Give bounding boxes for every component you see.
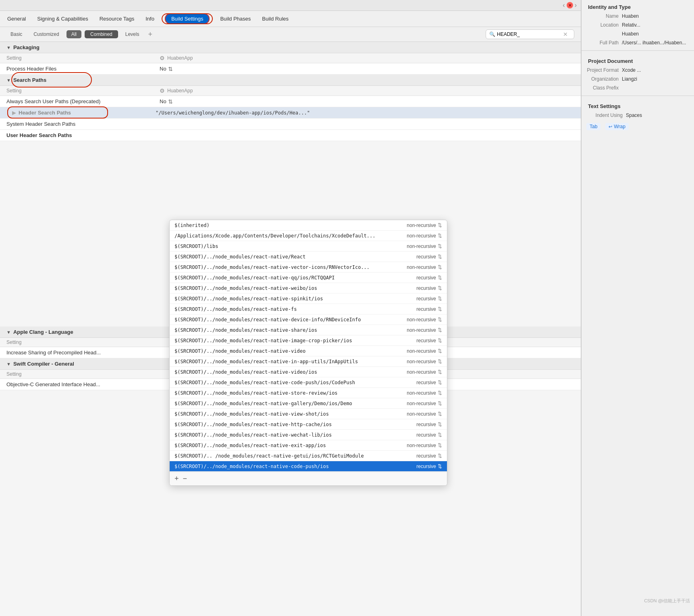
indent-using-field: Indent Using Spaces <box>582 111 694 120</box>
dropdown-row-7[interactable]: $(SRCROOT)/../node_modules/react-native-… <box>170 293 447 304</box>
filter-levels[interactable]: Levels <box>121 30 143 38</box>
filter-bar: Basic Customized All Combined Levels + 🔍… <box>0 27 581 42</box>
dropdown-stepper-21[interactable]: ⇅ <box>438 442 442 448</box>
dropdown-row-4[interactable]: $(SRCROOT)/../node_modules/react-native-… <box>170 262 447 273</box>
dropdown-row-19[interactable]: $(SRCROOT)/../node_modules/react-native-… <box>170 419 447 430</box>
dropdown-stepper-15[interactable]: ⇅ <box>438 379 442 385</box>
dropdown-row-2[interactable]: $(SRCROOT)/libsnon-recursive⇅ <box>170 241 447 252</box>
dropdown-stepper-10[interactable]: ⇅ <box>438 327 442 333</box>
tab-button[interactable]: Tab <box>586 123 600 130</box>
wrap-button[interactable]: ↩ Wrap <box>605 123 628 130</box>
dropdown-row-15[interactable]: $(SRCROOT)/../node_modules/react-native-… <box>170 377 447 388</box>
dropdown-stepper-8[interactable]: ⇅ <box>438 306 442 312</box>
right-panel: Identity and Type Name Huaben Location R… <box>581 0 694 616</box>
dropdown-stepper-1[interactable]: ⇅ <box>438 233 442 239</box>
system-header-search-paths-row[interactable]: System Header Search Paths <box>0 119 581 130</box>
dropdown-row-18[interactable]: $(SRCROOT)/../node_modules/react-native-… <box>170 409 447 419</box>
dropdown-stepper-22[interactable]: ⇅ <box>438 453 442 459</box>
name-value[interactable]: Huaben <box>622 13 639 19</box>
tab-build-phases[interactable]: Build Phases <box>219 14 251 23</box>
filter-combined[interactable]: Combined <box>85 30 118 38</box>
dropdown-stepper-18[interactable]: ⇅ <box>438 411 442 417</box>
dropdown-path-17: $(SRCROOT)/../node_modules/react-native-… <box>175 401 407 406</box>
dropdown-stepper-3[interactable]: ⇅ <box>438 254 442 260</box>
dropdown-stepper-19[interactable]: ⇅ <box>438 421 442 427</box>
dropdown-row-6[interactable]: $(SRCROOT)/../node_modules/react-native-… <box>170 283 447 293</box>
dropdown-path-16: $(SRCROOT)/../node_modules/react-native-… <box>175 390 407 396</box>
tab-signing[interactable]: Signing & Capabilities <box>36 14 89 23</box>
dropdown-footer: + − <box>170 472 447 485</box>
close-button[interactable]: ✕ <box>567 2 573 8</box>
location-detail-field: Huaben <box>582 29 694 38</box>
filter-basic[interactable]: Basic <box>6 30 26 38</box>
packaging-section-header[interactable]: ▼ Packaging <box>0 42 581 53</box>
apple-clang-collapse-arrow[interactable]: ▼ <box>6 330 11 335</box>
dropdown-type-8: recursive <box>416 306 436 312</box>
tab-build-rules[interactable]: Build Rules <box>261 14 289 23</box>
dropdown-type-23: recursive <box>416 464 436 469</box>
always-search-stepper[interactable]: ⇅ <box>168 98 173 105</box>
forward-arrow[interactable]: › <box>575 2 577 9</box>
dropdown-row-14[interactable]: $(SRCROOT)/../node_modules/react-native-… <box>170 367 447 377</box>
dropdown-row-11[interactable]: $(SRCROOT)/../node_modules/react-native-… <box>170 335 447 346</box>
dropdown-row-10[interactable]: $(SRCROOT)/../node_modules/react-native-… <box>170 325 447 335</box>
dropdown-stepper-13[interactable]: ⇅ <box>438 358 442 364</box>
dropdown-type-1: non-recursive <box>407 233 436 239</box>
tab-general[interactable]: General <box>6 14 27 23</box>
dropdown-type-5: recursive <box>416 275 436 281</box>
search-paths-header[interactable]: ▼ Search Paths <box>0 75 581 86</box>
dropdown-stepper-7[interactable]: ⇅ <box>438 296 442 302</box>
dropdown-type-2: non-recursive <box>407 243 436 249</box>
dropdown-row-1[interactable]: /Applications/Xcode.app/Contents/Develop… <box>170 231 447 241</box>
dropdown-stepper-0[interactable]: ⇅ <box>438 222 442 228</box>
dropdown-row-16[interactable]: $(SRCROOT)/../node_modules/react-native-… <box>170 388 447 398</box>
dropdown-stepper-5[interactable]: ⇅ <box>438 275 442 281</box>
dropdown-stepper-14[interactable]: ⇅ <box>438 369 442 375</box>
dropdown-stepper-6[interactable]: ⇅ <box>438 285 442 291</box>
dropdown-path-5: $(SRCROOT)/../node_modules/react-native-… <box>175 275 416 281</box>
filter-customized[interactable]: Customized <box>29 30 63 38</box>
filter-all[interactable]: All <box>66 30 81 38</box>
back-arrow[interactable]: ‹ <box>563 2 565 9</box>
swift-compiler-collapse-arrow[interactable]: ▼ <box>6 362 11 366</box>
dropdown-stepper-12[interactable]: ⇅ <box>438 348 442 354</box>
dropdown-row-23[interactable]: $(SRCROOT)/../node_modules/react-native-… <box>170 461 447 472</box>
header-search-paths-row[interactable]: ▶ Header Search Paths "/Users/weichenglo… <box>0 107 581 119</box>
dropdown-stepper-23[interactable]: ⇅ <box>438 463 442 469</box>
dropdown-row-20[interactable]: $(SRCROOT)/../node_modules/react-native-… <box>170 430 447 440</box>
always-search-user-paths-row[interactable]: Always Search User Paths (Deprecated) No… <box>0 96 581 107</box>
dropdown-stepper-4[interactable]: ⇅ <box>438 264 442 270</box>
right-divider-1 <box>582 50 694 51</box>
search-input[interactable] <box>497 31 561 37</box>
dropdown-row-12[interactable]: $(SRCROOT)/../node_modules/react-native-… <box>170 346 447 356</box>
tab-info[interactable]: Info <box>145 14 155 23</box>
tab-build-settings[interactable]: Build Settings <box>165 13 210 24</box>
dropdown-row-22[interactable]: $(SRCROOT)/.. /node_modules/react-native… <box>170 451 447 461</box>
dropdown-path-9: $(SRCROOT)/../node_modules/react-native-… <box>175 317 407 323</box>
packaging-process-header-stepper[interactable]: ⇅ <box>168 66 173 72</box>
dropdown-row-9[interactable]: $(SRCROOT)/../node_modules/react-native-… <box>170 314 447 325</box>
dropdown-remove-button[interactable]: − <box>183 474 187 483</box>
dropdown-row-8[interactable]: $(SRCROOT)/../node_modules/react-native-… <box>170 304 447 314</box>
dropdown-stepper-11[interactable]: ⇅ <box>438 337 442 343</box>
dropdown-row-21[interactable]: $(SRCROOT)/../node_modules/react-native-… <box>170 440 447 451</box>
dropdown-stepper-20[interactable]: ⇅ <box>438 432 442 438</box>
add-filter-button[interactable]: + <box>148 30 152 39</box>
organization-value[interactable]: Liangzi <box>622 76 637 82</box>
tab-resource-tags[interactable]: Resource Tags <box>99 14 135 23</box>
dropdown-stepper-9[interactable]: ⇅ <box>438 316 442 323</box>
dropdown-row-17[interactable]: $(SRCROOT)/../node_modules/react-native-… <box>170 398 447 409</box>
dropdown-row-13[interactable]: $(SRCROOT)/../node_modules/react-native-… <box>170 356 447 367</box>
dropdown-stepper-2[interactable]: ⇅ <box>438 243 442 249</box>
search-paths-collapse-arrow[interactable]: ▼ <box>6 78 11 83</box>
dropdown-row-5[interactable]: $(SRCROOT)/../node_modules/react-native-… <box>170 273 447 283</box>
dropdown-add-button[interactable]: + <box>175 474 179 483</box>
packaging-collapse-arrow[interactable]: ▼ <box>6 45 11 50</box>
user-header-search-paths-row[interactable]: User Header Search Paths <box>0 130 581 141</box>
packaging-process-header-files-row[interactable]: Process Header Files No ⇅ <box>0 63 581 75</box>
dropdown-stepper-17[interactable]: ⇅ <box>438 400 442 406</box>
dropdown-row-3[interactable]: $(SRCROOT)/../node_modules/react-native/… <box>170 252 447 262</box>
dropdown-row-0[interactable]: $(inherited)non-recursive⇅ <box>170 220 447 231</box>
search-clear-button[interactable]: ✕ <box>563 31 568 37</box>
dropdown-stepper-16[interactable]: ⇅ <box>438 390 442 396</box>
